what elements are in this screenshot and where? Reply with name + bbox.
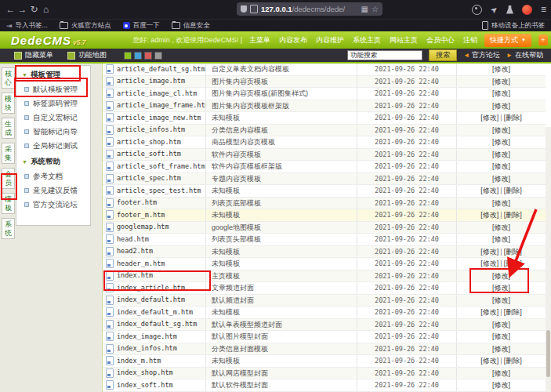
menu-section-header[interactable]: ▼系统帮助: [16, 153, 90, 169]
send-tab-icon[interactable]: ➤: [488, 3, 500, 16]
template-filename[interactable]: index_default_sg.htm: [117, 319, 197, 331]
quick-shortcut-button[interactable]: 快捷方式 ▼: [484, 34, 531, 47]
modify-link[interactable]: [修改]: [492, 321, 510, 328]
delete-link[interactable]: [删除]: [504, 187, 522, 194]
menu-item[interactable]: 智能标记向导: [16, 125, 90, 139]
template-filename[interactable]: article_soft.htm: [117, 149, 181, 161]
delete-link[interactable]: [删除]: [504, 114, 522, 122]
template-filename[interactable]: article_image_new.htm: [117, 112, 201, 124]
modify-link[interactable]: [修改]: [492, 272, 510, 280]
function-map-button[interactable]: 功能地图: [67, 50, 107, 60]
modify-link[interactable]: [修改]: [492, 126, 510, 134]
template-filename[interactable]: article_image_cl.htm: [117, 88, 197, 100]
sidebar-tab-4[interactable]: 采集: [2, 143, 15, 164]
add-shortcut-button[interactable]: +: [538, 34, 548, 45]
reload-icon[interactable]: ↻: [28, 4, 40, 15]
header-nav-2[interactable]: 内容发布: [279, 35, 307, 45]
modify-link[interactable]: [修改]: [492, 369, 510, 377]
bookmark-item[interactable]: 信息安全: [172, 21, 210, 31]
modify-link[interactable]: [修改]: [492, 199, 510, 207]
menu-item[interactable]: 参考文档: [16, 169, 90, 183]
modify-link[interactable]: [修改]: [492, 175, 510, 183]
header-nav-4[interactable]: 系统主页: [353, 35, 381, 45]
modify-link[interactable]: [修改]: [492, 162, 510, 170]
header-nav-3[interactable]: 内容维护: [316, 35, 344, 45]
template-filename[interactable]: googlemap.htm: [117, 222, 169, 234]
template-filename[interactable]: article_default_sg.htm: [117, 64, 205, 75]
modify-link[interactable]: [修改]: [480, 211, 498, 219]
profile-avatar[interactable]: [522, 5, 532, 15]
delete-link[interactable]: [删除]: [504, 308, 522, 316]
theme-swatch[interactable]: [134, 52, 142, 60]
function-search-input[interactable]: [347, 50, 422, 60]
modify-link[interactable]: [修改]: [480, 357, 498, 365]
modify-link[interactable]: [修改]: [492, 89, 510, 97]
bookmark-item[interactable]: ⇥导入书签...: [6, 21, 48, 31]
template-filename[interactable]: article_spec.htm: [117, 173, 181, 185]
template-filename[interactable]: article_image.htm: [117, 76, 185, 88]
modify-link[interactable]: [修改]: [492, 102, 510, 110]
modify-link[interactable]: [修改]: [480, 248, 498, 256]
template-filename[interactable]: index_article.htm: [117, 282, 185, 294]
menu-item[interactable]: 标签源码管理: [16, 96, 90, 111]
template-filename[interactable]: header_m.htm: [117, 258, 165, 270]
template-filename[interactable]: index_shop.htm: [117, 368, 173, 379]
header-nav-1[interactable]: 主菜单: [249, 35, 270, 45]
menu-item[interactable]: 默认模板管理: [16, 82, 90, 96]
menu-section-header[interactable]: ▼模板管理: [16, 66, 90, 82]
home-icon[interactable]: ⌂: [40, 4, 52, 15]
modify-link[interactable]: [修改]: [492, 138, 510, 146]
template-filename[interactable]: index_soft.htm: [117, 379, 173, 391]
template-filename[interactable]: article_infos.htm: [117, 125, 185, 136]
online-help-link[interactable]: ► 在线帮助: [506, 50, 543, 60]
theme-swatch[interactable]: [144, 52, 152, 60]
bookmark-star-icon[interactable]: ☆: [372, 5, 379, 13]
menu-icon[interactable]: ≡: [541, 4, 546, 15]
forward-icon[interactable]: →: [16, 4, 28, 15]
menu-item[interactable]: 意见建议反馈: [16, 183, 90, 198]
delete-link[interactable]: [删除]: [504, 357, 522, 365]
modify-link[interactable]: [修改]: [492, 296, 510, 304]
delete-link[interactable]: [删除]: [504, 248, 522, 256]
official-forum-link[interactable]: ◄ 官方论坛: [463, 50, 500, 60]
shield-icon[interactable]: [241, 5, 247, 13]
template-filename[interactable]: index.htm: [117, 270, 153, 282]
theme-swatch[interactable]: [154, 52, 162, 60]
template-filename[interactable]: head2.htm: [117, 246, 153, 258]
sidebar-tab-5[interactable]: 会员: [2, 168, 15, 189]
modify-link[interactable]: [修改]: [492, 235, 510, 243]
template-filename[interactable]: article_shop.htm: [117, 136, 181, 148]
modify-link[interactable]: [修改]: [492, 332, 510, 340]
url-bar[interactable]: 127.0.0.1/dedecms/dede/ ▦ ☆: [237, 2, 382, 16]
modify-link[interactable]: [修改]: [492, 65, 510, 73]
modify-link[interactable]: [修改]: [492, 284, 510, 292]
template-filename[interactable]: article_soft_frame.htm: [117, 161, 205, 172]
search-button[interactable]: 搜索: [429, 49, 457, 61]
bookmark-item[interactable]: 百度一下: [123, 21, 160, 31]
delete-link[interactable]: [删除]: [504, 260, 522, 267]
bookmark-item[interactable]: 火狐官方站点: [60, 21, 111, 31]
modify-link[interactable]: [修改]: [492, 381, 510, 389]
sidebar-tab-7[interactable]: 系统: [2, 218, 15, 239]
extension-icon[interactable]: [506, 5, 513, 14]
template-filename[interactable]: footer.htm: [117, 198, 157, 209]
mobile-bookmarks[interactable]: 移动设备上的书签: [482, 21, 545, 31]
template-filename[interactable]: head.htm: [117, 234, 149, 245]
modify-link[interactable]: [修改]: [492, 223, 510, 231]
template-filename[interactable]: index_default.htm: [117, 295, 185, 307]
menu-item[interactable]: 自定义宏标记: [16, 111, 90, 125]
modify-link[interactable]: [修改]: [492, 345, 510, 353]
theme-swatch[interactable]: [124, 52, 132, 60]
template-filename[interactable]: index_infos.htm: [117, 343, 177, 355]
modify-link[interactable]: [修改]: [480, 308, 498, 316]
menu-item[interactable]: 全局标记测试: [16, 139, 90, 153]
header-nav-7[interactable]: 注销: [463, 35, 477, 45]
modify-link[interactable]: [修改]: [480, 187, 498, 194]
header-nav-5[interactable]: 网站主页: [390, 35, 418, 45]
sidebar-tab-1[interactable]: 核心: [2, 67, 15, 89]
modify-link[interactable]: [修改]: [492, 78, 510, 85]
back-icon[interactable]: ←: [5, 4, 16, 15]
page-scrollbar[interactable]: [546, 127, 551, 392]
template-filename[interactable]: index_default_m.htm: [117, 307, 193, 318]
qr-scan-icon[interactable]: ▦: [361, 5, 368, 13]
